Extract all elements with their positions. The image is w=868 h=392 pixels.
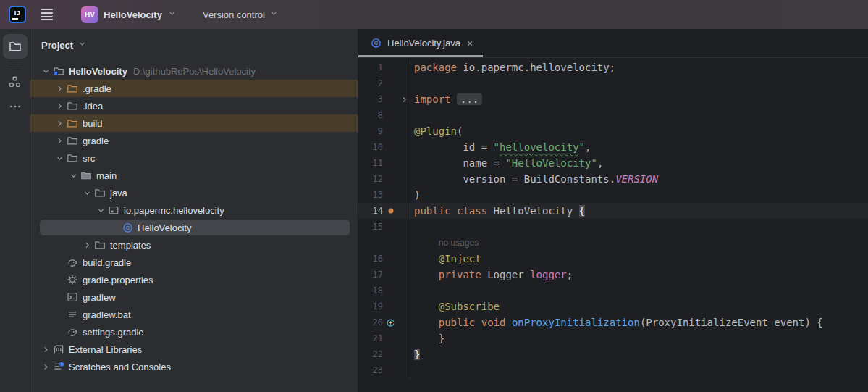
fold-spacer bbox=[398, 299, 410, 314]
tree-item-gradlew-bat[interactable]: gradlew.bat bbox=[30, 306, 358, 323]
tree-item-templates[interactable]: templates bbox=[30, 236, 358, 254]
code-text: @Plugin( bbox=[410, 123, 868, 139]
code-text: package io.papermc.hellovelocity; bbox=[410, 59, 868, 75]
tree-item-scratches-and-consoles[interactable]: Scratches and Consoles bbox=[30, 358, 358, 375]
close-icon[interactable]: × bbox=[465, 38, 474, 49]
chevron-right-icon[interactable] bbox=[53, 117, 66, 130]
chevron-down-icon[interactable] bbox=[39, 64, 52, 78]
event-gutter-icon[interactable] bbox=[383, 314, 398, 330]
tree-item-settings-gradle[interactable]: settings.gradle bbox=[30, 323, 358, 341]
chevron-spacer bbox=[108, 221, 121, 234]
tree-item-src[interactable]: src bbox=[30, 149, 358, 167]
code-line-16[interactable]: 16 @Inject bbox=[358, 251, 868, 267]
code-line-2[interactable]: 2 bbox=[358, 75, 868, 91]
fold-spacer bbox=[398, 362, 410, 378]
main-menu-icon[interactable] bbox=[41, 4, 61, 25]
tree-item-gradlew[interactable]: gradlew bbox=[30, 288, 358, 306]
tree-item--gradle[interactable]: .gradle bbox=[30, 80, 358, 97]
fold-expand-icon[interactable] bbox=[398, 91, 410, 107]
fold-spacer bbox=[398, 75, 410, 91]
tree-item-build-gradle[interactable]: build.gradle bbox=[30, 254, 358, 271]
line-number: 1 bbox=[358, 59, 383, 75]
line-number: 10 bbox=[358, 139, 383, 155]
chevron-down-icon[interactable] bbox=[67, 169, 80, 182]
code-line-9[interactable]: 9@Plugin( bbox=[358, 123, 868, 139]
intellij-logo-text: IJ bbox=[14, 10, 21, 17]
project-switcher-label: HelloVelocity bbox=[104, 9, 162, 20]
code-line-22[interactable]: 22} bbox=[358, 346, 868, 362]
fold-spacer bbox=[398, 123, 410, 139]
line-number: 2 bbox=[358, 75, 383, 91]
tree-item-label: .idea bbox=[83, 101, 103, 112]
tree-item-main[interactable]: main bbox=[30, 167, 358, 184]
code-line-15[interactable]: 15 bbox=[358, 219, 868, 235]
code-line-18[interactable]: 18 bbox=[358, 283, 868, 299]
inlay-hint[interactable]: no usages bbox=[439, 238, 479, 248]
code-line-14[interactable]: 14public class HelloVelocity { bbox=[358, 203, 868, 219]
chevron-right-icon[interactable] bbox=[80, 238, 93, 251]
chevron-right-icon[interactable] bbox=[39, 343, 52, 356]
stripe-button-more[interactable] bbox=[3, 94, 28, 119]
chevron-spacer bbox=[53, 273, 66, 286]
tree-item-hellovelocity[interactable]: HelloVelocityD:\githubRePos\HelloVelocit… bbox=[30, 62, 358, 80]
chevron-right-icon[interactable] bbox=[39, 360, 52, 373]
code-line-3[interactable]: 3import ... bbox=[358, 91, 868, 107]
tree-item-path: D:\githubRePos\HelloVelocity bbox=[133, 66, 256, 77]
project-view-title: Project bbox=[41, 40, 73, 51]
stripe-button-structure[interactable] bbox=[3, 70, 28, 94]
tree-item-hellovelocity[interactable]: CHelloVelocity bbox=[30, 219, 358, 236]
tool-window-stripe bbox=[0, 29, 30, 392]
active-tab-underline bbox=[358, 55, 483, 57]
tree-item-external-libraries[interactable]: External Libraries bbox=[30, 341, 358, 358]
stripe-button-project-folder[interactable] bbox=[3, 34, 28, 59]
tree-item-label: gradlew.bat bbox=[83, 309, 131, 320]
code-text: } bbox=[410, 330, 868, 346]
code-line-8[interactable]: 8 bbox=[358, 107, 868, 123]
gradle-icon bbox=[66, 256, 79, 269]
tree-item-java[interactable]: java bbox=[30, 184, 358, 201]
chevron-down-icon[interactable] bbox=[80, 186, 93, 199]
code-line-21[interactable]: 21 } bbox=[358, 330, 868, 346]
intellij-logo-icon[interactable]: IJ bbox=[9, 6, 26, 23]
fold-spacer bbox=[398, 155, 410, 171]
code-text bbox=[410, 362, 868, 378]
tree-item-label: settings.gradle bbox=[83, 327, 144, 338]
tree-item--idea[interactable]: .idea bbox=[30, 97, 358, 114]
code-line-12[interactable]: 12 version = BuildConstants.VERSION bbox=[358, 171, 868, 187]
code-line-20[interactable]: 20 public void onProxyInitialization(Pro… bbox=[358, 314, 868, 330]
line-number: 9 bbox=[358, 123, 383, 139]
tree-item-gradle[interactable]: gradle bbox=[30, 132, 358, 149]
editor-tab[interactable]: C HelloVelocity.java × bbox=[358, 29, 483, 57]
fold-spacer bbox=[398, 219, 410, 235]
chevron-right-icon[interactable] bbox=[53, 82, 66, 95]
project-view-header[interactable]: Project bbox=[30, 35, 358, 55]
chevron-right-icon[interactable] bbox=[53, 134, 66, 147]
folder-icon bbox=[93, 186, 106, 199]
folder-excluded-icon bbox=[66, 117, 79, 130]
code-line-17[interactable]: 17 private Logger logger; bbox=[358, 267, 868, 283]
gutter-spacer bbox=[383, 219, 398, 235]
code-line-1[interactable]: 1package io.papermc.hellovelocity; bbox=[358, 59, 868, 75]
tree-item-io-papermc-hellovelocity[interactable]: io.papermc.hellovelocity bbox=[30, 201, 358, 219]
code-editor[interactable]: 1package io.papermc.hellovelocity;23impo… bbox=[358, 58, 868, 392]
code-line-13[interactable]: 13) bbox=[358, 187, 868, 203]
code-text: @Subscribe bbox=[410, 299, 868, 314]
vcs-widget[interactable]: Version control bbox=[198, 5, 283, 24]
code-text: @Inject bbox=[410, 251, 868, 267]
plugin-gutter-icon[interactable] bbox=[383, 203, 398, 219]
code-line-11[interactable]: 11 name = "HelloVelocity", bbox=[358, 155, 868, 171]
chevron-right-icon[interactable] bbox=[53, 99, 66, 112]
project-switcher[interactable]: HV HelloVelocity bbox=[77, 3, 181, 26]
code-line-23[interactable]: 23 bbox=[358, 362, 868, 378]
tree-item-build[interactable]: build bbox=[30, 114, 358, 132]
code-line-10[interactable]: 10 id = "hellovelocity", bbox=[358, 139, 868, 155]
code-line-19[interactable]: 19 @Subscribe bbox=[358, 299, 868, 314]
chevron-down-icon[interactable] bbox=[53, 151, 66, 164]
line-number: 15 bbox=[358, 219, 383, 235]
tree-item-gradle-properties[interactable]: gradle.properties bbox=[30, 271, 358, 288]
gutter-spacer bbox=[383, 91, 398, 107]
line-number bbox=[358, 235, 383, 251]
code-inlay-line[interactable]: no usages bbox=[358, 235, 868, 251]
tree-item-label: src bbox=[83, 153, 95, 164]
chevron-down-icon[interactable] bbox=[94, 204, 107, 217]
